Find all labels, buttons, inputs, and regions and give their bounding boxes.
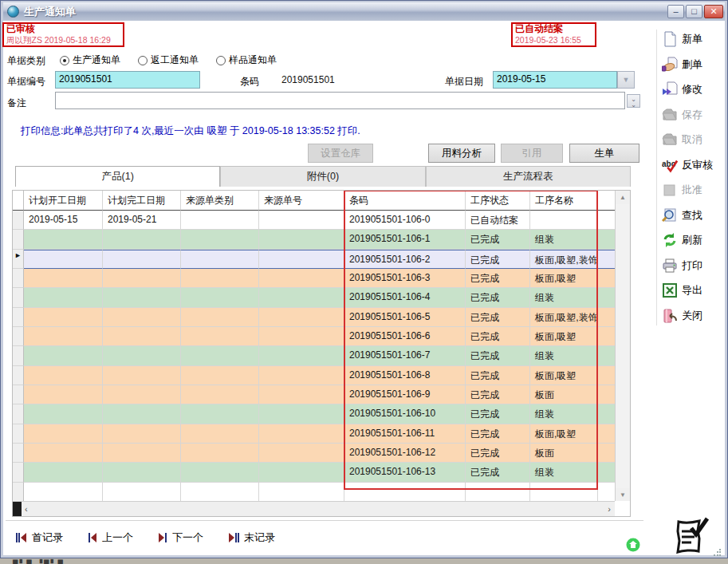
cancel-folder-icon [662, 132, 679, 148]
cell: 2019051501-106-4 [344, 288, 466, 307]
table-row[interactable]: 2019051501-106-1已完成组装 [13, 230, 616, 249]
table-row[interactable]: 2019051501-106-3已完成板面,吸塑 [13, 269, 616, 288]
scroll-right-icon[interactable]: › [608, 502, 611, 516]
doc-type-label: 单据类别 [7, 54, 45, 68]
scroll-down-icon[interactable]: ▼ [616, 488, 630, 502]
nav-last-record[interactable]: 末记录 [227, 530, 275, 545]
cell: 已完成 [466, 385, 530, 404]
action-button-2[interactable]: 用料分析 [428, 144, 495, 163]
tab-1[interactable]: 产品(1) [15, 166, 220, 187]
row-gutter [13, 366, 24, 385]
sidebar-button-refresh-arrows[interactable]: 刷新 [662, 231, 725, 250]
sidebar-button-search-magnifier[interactable]: 查找 [662, 206, 725, 226]
record-navigation: 首记录 上一个 下一个 末记录 [15, 530, 275, 545]
close-book-icon [662, 308, 679, 324]
title-bar: 生产通知单 – □ ✕ [3, 2, 725, 21]
sidebar-button-abc-check[interactable]: abc 反审核 [662, 156, 725, 176]
nav-next-record[interactable]: 下一个 [157, 530, 203, 545]
table-row[interactable]: ►2019051501-106-2已完成板面,吸塑,装饰 [13, 250, 616, 269]
doc-type-radio-0[interactable]: 生产通知单 [60, 53, 120, 67]
row-gutter [13, 288, 24, 307]
cell: 已完成 [466, 230, 530, 249]
cell [103, 288, 181, 307]
table-row[interactable]: 2019051501-106-4已完成组装 [13, 288, 616, 307]
table-row[interactable]: 2019051501-106-8已完成板面,吸塑 [13, 366, 616, 385]
hscroll-thumb[interactable] [13, 502, 22, 516]
next-record-icon [157, 532, 168, 543]
table-row[interactable]: 2019051501-106-7已完成组装 [13, 346, 616, 365]
new-doc-icon [662, 31, 679, 47]
column-header: 条码 [344, 191, 466, 211]
sidebar-item-label: 刷新 [682, 233, 702, 247]
row-gutter [13, 308, 24, 327]
table-row[interactable]: 2019051501-106-9已完成板面 [13, 385, 616, 404]
chevron-down-icon[interactable]: ▼ [617, 71, 635, 89]
sidebar-button-close-book[interactable]: 关闭 [662, 306, 725, 326]
table-row[interactable]: 2019051501-106-13已完成组装 [13, 463, 616, 482]
action-button-4[interactable]: 生单 [569, 144, 639, 163]
action-button-1: 设置仓库 [308, 144, 373, 163]
sidebar-button-excel-export[interactable]: 导出 [662, 281, 725, 301]
window-title: 生产通知单 [24, 5, 76, 19]
sidebar-button-new-doc[interactable]: 新单 [662, 30, 725, 49]
vertical-scrollbar[interactable]: ▲ ▼ [615, 191, 630, 502]
horizontal-scrollbar[interactable]: ‹ › [13, 501, 616, 516]
minimize-button[interactable]: – [667, 5, 684, 18]
sidebar-button-delete-hand[interactable]: 删单 [662, 55, 725, 75]
sidebar-item-label: 打印 [682, 258, 702, 273]
radio-icon [138, 56, 148, 65]
doc-date-input[interactable]: 2019-05-15 [493, 71, 617, 89]
cell: 已完成 [466, 269, 530, 288]
table-row[interactable]: 2019-05-152019-05-212019051501-106-0已自动结… [13, 211, 616, 230]
maximize-button[interactable]: □ [686, 5, 702, 18]
cell: 板面,吸塑,装饰 [530, 308, 598, 327]
tab-3[interactable]: 生产流程表 [426, 166, 631, 187]
scroll-left-icon[interactable]: ‹ [25, 502, 28, 516]
cell [103, 444, 181, 463]
nav-previous-record[interactable]: 上一个 [87, 530, 133, 545]
close-button[interactable]: ✕ [704, 5, 723, 18]
doc-no-label: 单据编号 [7, 75, 45, 89]
doc-type-radio-2[interactable]: 样品通知单 [216, 53, 277, 67]
cell: 板面,吸塑 [530, 366, 598, 385]
scrollbar-corner [615, 501, 630, 516]
remark-input[interactable] [55, 92, 625, 109]
excel-export-icon [662, 282, 679, 298]
closed-detail: 2019-05-23 16:55 [515, 35, 592, 45]
cell [259, 288, 344, 307]
cell: 板面,吸塑,装饰 [530, 250, 598, 269]
radio-icon [60, 56, 69, 65]
closed-status: 已自动结案 [515, 24, 592, 35]
row-gutter [13, 269, 24, 288]
search-magnifier-icon [662, 207, 679, 223]
nav-first-record[interactable]: 首记录 [15, 530, 63, 545]
tab-2[interactable]: 附件(0) [220, 166, 425, 187]
expand-chevrons-icon[interactable]: ⌄⌄ [627, 94, 640, 108]
closed-stamp: 已自动结案 2019-05-23 16:55 [511, 22, 596, 47]
remark-label: 备注 [7, 97, 26, 110]
signed-document-icon [667, 515, 710, 556]
sidebar-item-label: 新单 [682, 32, 702, 46]
table-row[interactable]: 2019051501-106-10已完成组装 [13, 404, 616, 424]
table-row[interactable]: 2019051501-106-6已完成板面,吸塑 [13, 327, 616, 346]
table-row[interactable]: 2019051501-106-12已完成板面 [13, 444, 616, 463]
cell [259, 269, 344, 288]
cell [24, 424, 103, 444]
action-button-3: 引用 [501, 144, 563, 163]
cell: 组装 [530, 346, 598, 365]
table-row[interactable]: 2019051501-106-5已完成板面,吸塑,装饰 [13, 308, 616, 327]
product-grid: 计划开工日期计划完工日期来源单类别来源单号条码工序状态工序名称2019-05-1… [12, 190, 631, 517]
doc-type-radio-1[interactable]: 返工通知单 [138, 53, 199, 67]
resize-grip[interactable] [713, 549, 721, 557]
table-row[interactable]: 2019051501-106-11已完成板面,吸塑 [13, 424, 616, 444]
sidebar-item-label: 反审核 [682, 158, 713, 172]
scroll-up-icon[interactable]: ▲ [616, 191, 630, 204]
cell [259, 424, 344, 444]
doc-no-input[interactable]: 2019051501 [55, 71, 200, 89]
sidebar-button-printer[interactable]: 打印 [662, 256, 725, 276]
doc-date-label: 单据日期 [445, 75, 483, 89]
barcode-value: 2019051501 [281, 74, 335, 85]
sidebar-button-modify-arrows[interactable]: 修改 [662, 80, 725, 100]
cell [103, 463, 181, 482]
radio-label: 样品通知单 [229, 53, 277, 67]
